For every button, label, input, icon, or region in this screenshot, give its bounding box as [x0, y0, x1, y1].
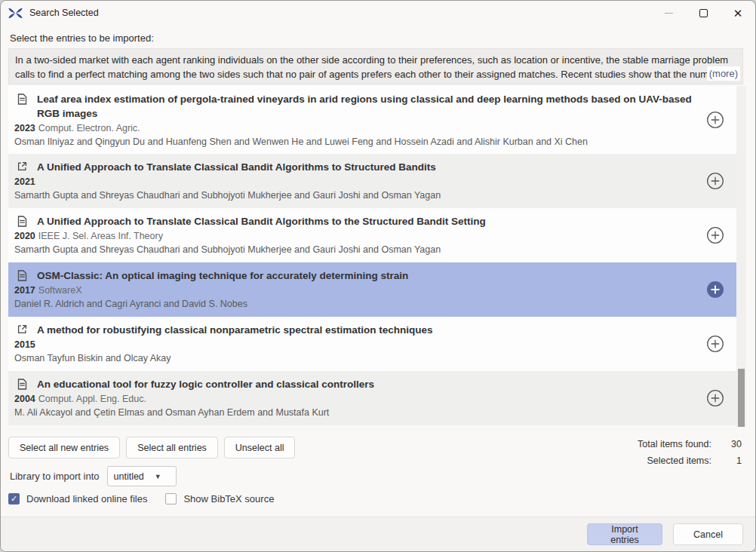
- entry-journal: Comput. Electron. Agric.: [38, 123, 140, 133]
- maximize-icon: [699, 9, 708, 17]
- add-entry-button[interactable]: [705, 110, 725, 130]
- entry-authors: Osman Ilniyaz and Qingyun Du and Huanfen…: [14, 135, 698, 149]
- vertical-scrollbar[interactable]: [736, 86, 746, 427]
- entry-authors: Osman Tayfun Biskin and Olcay Akay: [14, 351, 698, 365]
- library-select[interactable]: untitled ▼: [107, 466, 177, 486]
- entry-details: A Unified Approach to Translate Classica…: [8, 214, 705, 256]
- add-entry-button[interactable]: [705, 171, 725, 191]
- entry-year: 2004: [14, 394, 35, 404]
- import-entries-button[interactable]: Import entries: [587, 523, 662, 545]
- entry-meta: 2017SoftwareX: [14, 284, 698, 297]
- maximize-button[interactable]: [686, 1, 721, 25]
- external-link-icon: [17, 324, 29, 334]
- selected-items-value: 1: [728, 452, 742, 469]
- entry-year: 2020: [14, 231, 35, 241]
- entry-journal: Comput. Appl. Eng. Educ.: [38, 394, 146, 404]
- unselect-all-button[interactable]: Unselect all: [224, 437, 296, 458]
- entry-authors: Samarth Gupta and Shreyas Chaudhari and …: [14, 189, 698, 202]
- entry-title: A method for robustifying classical nonp…: [37, 323, 433, 337]
- abstract-preview: In a two-sided market with each agent ra…: [8, 48, 743, 84]
- entry-meta: 2021: [14, 175, 698, 189]
- instruction-label: Select the entries to be imported:: [10, 32, 154, 44]
- jabref-logo-icon: [8, 7, 23, 19]
- minimize-button[interactable]: [651, 1, 686, 25]
- entry-authors: Daniel R. Aldrich and Cagri Ayranci and …: [14, 297, 698, 311]
- more-link[interactable]: (more): [707, 66, 740, 81]
- title-bar: Search Selected ✕: [1, 1, 755, 25]
- search-selected-dialog: Search Selected ✕ Select the entries to …: [0, 0, 756, 552]
- entry-meta: 2015: [14, 338, 698, 351]
- entry-details: Leaf area index estimation of pergola-tr…: [8, 92, 705, 149]
- entry-row[interactable]: OSM-Classic: An optical imaging techniqu…: [8, 262, 737, 317]
- entry-title: An educational tool for fuzzy logic cont…: [37, 377, 374, 391]
- entry-authors: Samarth Gupta and Shreyas Chaudhari and …: [14, 243, 698, 256]
- entry-row[interactable]: An educational tool for fuzzy logic cont…: [8, 371, 737, 425]
- entry-authors: M. Ali Akcayol and Çetin Elmas and Osman…: [14, 406, 698, 419]
- entry-list: Leaf area index estimation of pergola-tr…: [8, 86, 737, 427]
- scrollbar-thumb[interactable]: [738, 369, 745, 427]
- entry-row[interactable]: A Unified Approach to Translate Classica…: [8, 208, 737, 262]
- library-label: Library to import into: [10, 471, 100, 482]
- entry-year: 2015: [14, 339, 35, 350]
- close-button[interactable]: ✕: [721, 1, 755, 25]
- dialog-footer: Import entries Cancel: [1, 517, 755, 551]
- download-linked-files-option[interactable]: ✓ Download linked online files: [8, 493, 147, 504]
- window-title: Search Selected: [29, 8, 99, 18]
- total-items-label: Total items found:: [638, 436, 711, 452]
- entry-year: 2023: [14, 123, 35, 133]
- library-selected-value: untitled: [114, 471, 144, 482]
- file-text-icon: [17, 216, 29, 227]
- add-entry-button[interactable]: [705, 388, 725, 408]
- entry-year: 2017: [14, 285, 35, 296]
- entry-title: A Unified Approach to Translate Classica…: [37, 160, 436, 174]
- result-stats: Total items found: 30 Selected items: 1: [638, 436, 742, 469]
- entry-journal: SoftwareX: [38, 285, 82, 296]
- file-text-icon: [17, 94, 29, 105]
- entry-row[interactable]: Leaf area index estimation of pergola-tr…: [8, 86, 737, 154]
- selected-items-label: Selected items:: [647, 452, 711, 469]
- total-items-value: 30: [728, 436, 742, 452]
- remove-entry-button[interactable]: [705, 280, 725, 299]
- chevron-down-icon: ▼: [155, 473, 161, 480]
- entry-title: Leaf area index estimation of pergola-tr…: [37, 92, 698, 121]
- show-bibtex-source-option[interactable]: Show BibTeX source: [165, 493, 274, 504]
- entry-title: A Unified Approach to Translate Classica…: [37, 214, 486, 228]
- entry-meta: 2004Comput. Appl. Eng. Educ.: [14, 392, 698, 406]
- entry-row[interactable]: A Unified Approach to Translate Classica…: [8, 154, 737, 208]
- entry-row[interactable]: A method for robustifying classical nonp…: [8, 317, 737, 371]
- cancel-button[interactable]: Cancel: [673, 523, 743, 545]
- file-text-icon: [17, 379, 29, 390]
- show-bibtex-source-label: Show BibTeX source: [183, 493, 274, 504]
- entry-details: A method for robustifying classical nonp…: [8, 323, 705, 365]
- select-all-new-entries-button[interactable]: Select all new entries: [8, 437, 120, 458]
- close-icon: ✕: [733, 8, 743, 19]
- entry-details: An educational tool for fuzzy logic cont…: [8, 377, 705, 419]
- download-linked-files-checkbox[interactable]: ✓: [8, 493, 20, 504]
- minimize-icon: [665, 13, 673, 14]
- file-text-icon: [17, 270, 29, 281]
- select-all-entries-button[interactable]: Select all entries: [126, 437, 218, 458]
- entry-title: OSM-Classic: An optical imaging techniqu…: [37, 268, 408, 283]
- entry-details: OSM-Classic: An optical imaging techniqu…: [8, 268, 705, 311]
- entry-details: A Unified Approach to Translate Classica…: [8, 160, 705, 202]
- download-linked-files-label: Download linked online files: [26, 493, 147, 504]
- show-bibtex-source-checkbox[interactable]: [165, 493, 177, 504]
- entry-meta: 2023Comput. Electron. Agric.: [14, 121, 698, 135]
- add-entry-button[interactable]: [705, 334, 725, 354]
- entry-meta: 2020IEEE J. Sel. Areas Inf. Theory: [14, 229, 698, 243]
- add-entry-button[interactable]: [705, 225, 725, 245]
- entry-year: 2021: [14, 176, 35, 187]
- external-link-icon: [17, 161, 29, 171]
- abstract-text: In a two-sided market with each agent ra…: [15, 54, 733, 84]
- entry-journal: IEEE J. Sel. Areas Inf. Theory: [38, 231, 163, 241]
